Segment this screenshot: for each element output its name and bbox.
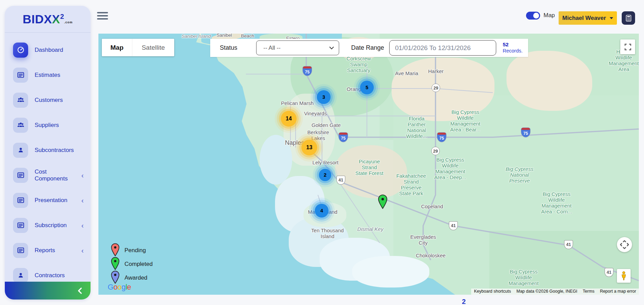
sidebar-item-label: Reports: [35, 247, 55, 254]
calculator-icon: [625, 14, 632, 22]
pan-arrows-icon: [620, 240, 629, 249]
user-name: Michael Weaver: [562, 15, 606, 22]
route-shield-29: 29: [432, 84, 440, 92]
sidebar-item-suppliers[interactable]: Suppliers: [5, 113, 91, 138]
sidebar-collapse-button[interactable]: [5, 282, 91, 300]
map-label: Big CypressWildlifeManagement: [509, 269, 539, 286]
user-icon: [13, 143, 28, 158]
google-logo-letter: e: [127, 283, 131, 291]
fullscreen-button[interactable]: [620, 39, 635, 54]
sidebar-item-cost-components[interactable]: Cost Components‹: [5, 163, 91, 188]
sidebar-item-estimates[interactable]: Estimates: [5, 62, 91, 87]
legend-label: Awarded: [124, 274, 147, 281]
cluster-marker-4[interactable]: 4: [315, 204, 329, 218]
map-legend: PendingCompletedAwarded: [111, 244, 153, 285]
sidebar-item-presentation[interactable]: Presentation‹: [5, 188, 91, 213]
google-logo-letter: G: [108, 283, 114, 291]
cluster-marker-14[interactable]: 14: [281, 111, 297, 127]
attribution-link[interactable]: Keyboard shortcuts: [471, 289, 514, 295]
google-logo[interactable]: Google: [108, 283, 131, 292]
map-label: Naples: [285, 139, 304, 146]
google-logo-letter: o: [117, 283, 121, 291]
map-label: Big CypressWildlifeManagementArea - Deep…: [434, 157, 466, 180]
map-label: Ave Maria: [395, 70, 418, 76]
gauge-icon: [13, 43, 28, 58]
card-icon: [13, 218, 28, 233]
sidebar-nav: DashboardEstimatesCustomersSuppliersSubc…: [5, 33, 91, 288]
map-view-toggle[interactable]: [526, 12, 540, 20]
map-label: Sanibel Island: [182, 34, 211, 39]
sidebar-item-label: Subscription: [35, 222, 67, 229]
brand-logo[interactable]: BIDXX2.com: [5, 6, 91, 33]
chevron-left-icon: ‹: [81, 222, 84, 229]
pan-control-button[interactable]: [617, 237, 632, 252]
toggle-knob: [533, 13, 539, 19]
google-logo-letter: g: [121, 283, 126, 291]
map-attribution: Keyboard shortcutsMap data ©2026 Google,…: [471, 289, 639, 295]
route-shield-75: 75: [339, 133, 348, 142]
sidebar-item-reports[interactable]: Reports‹: [5, 238, 91, 263]
job-pin-completed[interactable]: [378, 195, 387, 210]
map-label: Dismal Key: [357, 226, 383, 232]
route-shield-41: 41: [564, 240, 573, 249]
cluster-marker-3[interactable]: 3: [317, 90, 331, 104]
status-select[interactable]: -- All --: [256, 40, 339, 55]
legend-pin-icon: [111, 243, 120, 258]
route-shield-41: 41: [336, 176, 345, 185]
map-label: EvergladesCity: [410, 234, 436, 246]
sidebar-item-label: Contractors: [35, 272, 65, 279]
map-label: Big CypressNationalPreserve: [506, 166, 534, 184]
status-select-value: -- All --: [263, 45, 329, 51]
status-label: Status: [220, 44, 237, 51]
map-label: FloridaPantherNationalWildlife...: [406, 116, 427, 139]
sidebar-item-subscription[interactable]: Subscription‹: [5, 213, 91, 238]
date-range-input[interactable]: [389, 40, 496, 56]
chevron-left-icon: [77, 288, 82, 294]
sidebar-item-label: Customers: [35, 97, 63, 104]
calculator-button[interactable]: [622, 11, 635, 25]
map-label: Big CypressWildlifeManagementArea - Bear…: [450, 109, 480, 132]
sidebar-item-label: Suppliers: [35, 122, 59, 129]
cluster-marker-13[interactable]: 13: [301, 140, 317, 155]
map-filter-bar: Status -- All -- Date Range 52 Records.: [210, 39, 528, 57]
attribution-link[interactable]: Terms: [580, 289, 597, 295]
map-label: Golden Gate: [311, 122, 341, 128]
date-range-label: Date Range: [351, 44, 384, 51]
records-count: 52: [503, 41, 523, 48]
users-icon: [13, 118, 28, 133]
map-label: Lely Resort: [312, 160, 338, 165]
map-type-map-button[interactable]: Map: [102, 39, 132, 56]
map-label: Chokoloskee: [416, 253, 446, 258]
user-menu-button[interactable]: Michael Weaver: [559, 11, 617, 25]
map-terrain: [506, 51, 592, 111]
pegman-icon: [620, 271, 628, 281]
map-label: Big CypressWildlifeManagementArea - Corn…: [541, 191, 572, 214]
pegman-button[interactable]: [617, 269, 631, 283]
chevron-down-icon: [329, 46, 334, 49]
app-window: Map Michael Weaver BIDXX2.com DashboardE…: [0, 0, 644, 305]
cluster-marker-2[interactable]: 2: [319, 169, 331, 181]
map-type-satellite-button[interactable]: Satellite: [132, 39, 174, 56]
map-toggle-label: Map: [544, 12, 555, 19]
route-shield-41: 41: [449, 221, 458, 230]
user-icon: [13, 268, 28, 283]
records-word: Records.: [503, 48, 523, 54]
legend-label: Completed: [124, 261, 153, 268]
attribution-text: Map data ©2026 Google, INEGI: [514, 289, 580, 295]
chevron-left-icon: ‹: [81, 197, 84, 204]
map-canvas[interactable]: Sanibel IslandSanibelBeachEsteroCorkscre…: [98, 34, 639, 295]
sidebar-item-label: Subcontractors: [35, 147, 74, 154]
menu-icon[interactable]: [97, 11, 108, 20]
sidebar-item-dashboard[interactable]: Dashboard: [5, 37, 91, 62]
google-logo-letter: o: [114, 283, 118, 291]
cluster-marker-5[interactable]: 5: [360, 81, 374, 94]
attribution-link[interactable]: Report a map error: [597, 289, 639, 295]
sidebar-item-customers[interactable]: Customers: [5, 87, 91, 113]
pagination-page-number[interactable]: 2: [462, 298, 466, 305]
map-label: BerkshireLakes: [307, 129, 329, 141]
card-icon: [13, 243, 28, 258]
sidebar-item-label: Presentation: [35, 197, 67, 204]
route-shield-41: 41: [605, 268, 613, 277]
sidebar: BIDXX2.com DashboardEstimatesCustomersSu…: [5, 6, 91, 300]
sidebar-item-subcontractors[interactable]: Subcontractors: [5, 138, 91, 163]
